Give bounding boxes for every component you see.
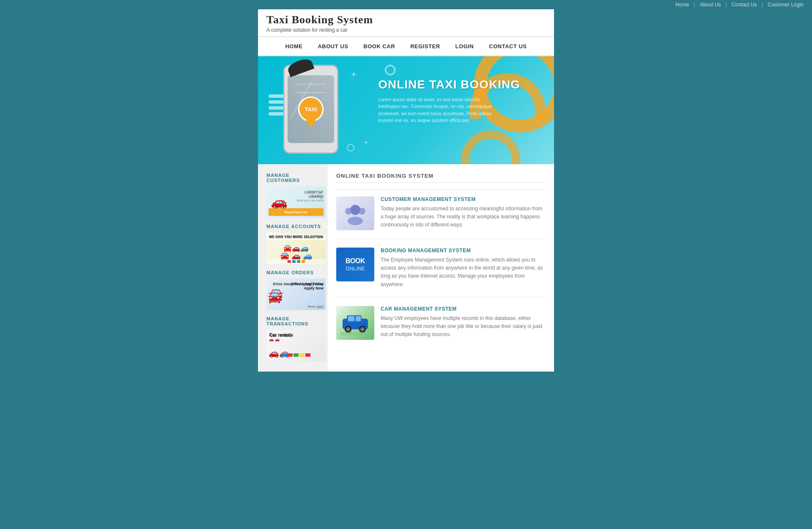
sidebar-customers-image[interactable]: 🚗 Online Car BookingBook your car online… [266,186,326,218]
right-content: ONLINE TAXI BOOKING SYSTEM C [328,164,554,372]
svg-point-2 [345,208,352,215]
banner-small-circle-2 [347,144,354,152]
banner-plus-2: + [364,138,368,147]
feature-booking-desc: The Employee Management System runs onli… [381,256,546,289]
feature-car-info: CAR MANAGEMENT SYSTEM Many UW employees … [381,306,546,339]
feature-customer-title: CUSTOMER MANAGEMENT SYSTEM [381,196,546,202]
car-icon [340,310,370,336]
svg-rect-6 [348,316,354,321]
svg-rect-7 [356,316,361,321]
taxi-badge: TAXI [298,96,324,122]
banner-small-circle-1 [385,65,395,75]
banner-plus-1: + [351,69,357,80]
feature-car-desc: Many UW employees have multiple records … [381,314,546,339]
sidebar-manage-transactions-title: MANAGE TRANSACTIONS [266,316,324,326]
sidebar-manage-orders-title: MANAGE ORDERS [266,270,324,275]
feature-car-management: CAR MANAGEMENT SYSTEM Many UW employees … [336,306,546,348]
sidebar: MANAGE CUSTOMERS 🚗 Online Car BookingBoo… [258,164,328,372]
svg-point-9 [346,327,350,331]
feature-booking-title: BOOKING MANAGEMENT SYSTEM [381,248,546,253]
feature-customer-info: CUSTOMER MANAGEMENT SYSTEM Today people … [381,196,546,229]
nav-login[interactable]: LOGIN [448,37,482,55]
book-text: BOOK [346,257,365,265]
team-icon [343,201,368,226]
about-link[interactable]: About Us [700,2,721,8]
feature-thumb-team [336,196,374,230]
sidebar-orders-image[interactable]: 🚘 Drive Away TodayApply Now Terms apply [266,278,326,310]
banner-description: Lorem ipsum dolor sit amet, ex sed paulo… [378,96,497,124]
online-text: ONLINE [346,266,365,272]
svg-point-1 [348,217,363,225]
feature-car-title: CAR MANAGEMENT SYSTEM [381,306,546,312]
feature-customer-desc: Today people are accustomed to accessing… [381,205,546,229]
main-wrapper: Taxi Booking System A complete solution … [258,9,554,372]
banner-text-block: ONLINE TAXI BOOKING Lorem ipsum dolor si… [378,77,520,124]
feature-thumb-car [336,306,374,340]
nav-about[interactable]: ABOUT US [310,37,356,55]
banner: TAXI + + ONLINE TAXI BOOKING Lorem ipsum… [258,56,554,164]
feature-booking-info: BOOKING MANAGEMENT SYSTEM The Employee M… [381,248,546,289]
site-title: Taxi Booking System [266,14,546,26]
feature-thumb-book: BOOK ONLINE [336,248,374,281]
sidebar-manage-accounts-title: MANAGE ACCOUNTS [266,224,324,229]
sidebar-transactions-image[interactable]: Car rentals 🚗 🚗 [266,330,326,361]
svg-rect-12 [340,332,370,336]
sidebar-manage-customers-title: MANAGE CUSTOMERS [266,173,324,183]
right-section-title: ONLINE TAXI BOOKING SYSTEM [336,173,546,183]
customer-login-link[interactable]: Customer Login [768,2,804,8]
site-subtitle: A complete solution for renting a car [266,27,546,33]
banner-decoration-circle-2 [461,130,520,164]
contact-link[interactable]: Contact Us [732,2,757,8]
banner-phone-screen: TAXI [288,75,334,143]
content-inner: MANAGE CUSTOMERS 🚗 Online Car BookingBoo… [258,164,554,372]
nav-home[interactable]: HOME [277,37,310,55]
nav-register[interactable]: REGISTER [403,37,447,55]
header: Taxi Booking System A complete solution … [258,9,554,37]
banner-title: ONLINE TAXI BOOKING [378,77,520,92]
svg-point-11 [360,327,365,331]
top-bar: Home | About Us | Contact Us | Customer … [0,0,812,9]
feature-booking-management: BOOK ONLINE BOOKING MANAGEMENT SYSTEM Th… [336,248,546,298]
svg-point-0 [350,205,360,215]
nav-contact[interactable]: CONTACT US [481,37,534,55]
nav-book[interactable]: BOOK CAR [356,37,403,55]
sidebar-accounts-image[interactable]: WE GIVE YOU MORE SELECTION 🚘 🚗 🚙 [266,232,326,264]
content-area: MANAGE CUSTOMERS 🚗 Online Car BookingBoo… [258,164,554,372]
nav: HOME ABOUT US BOOK CAR REGISTER LOGIN CO… [258,37,554,56]
feature-customer-management: CUSTOMER MANAGEMENT SYSTEM Today people … [336,196,546,239]
home-link[interactable]: Home [675,2,689,8]
section-divider [336,189,546,190]
banner-phone-illustration: TAXI [283,65,338,154]
svg-point-3 [359,208,365,215]
